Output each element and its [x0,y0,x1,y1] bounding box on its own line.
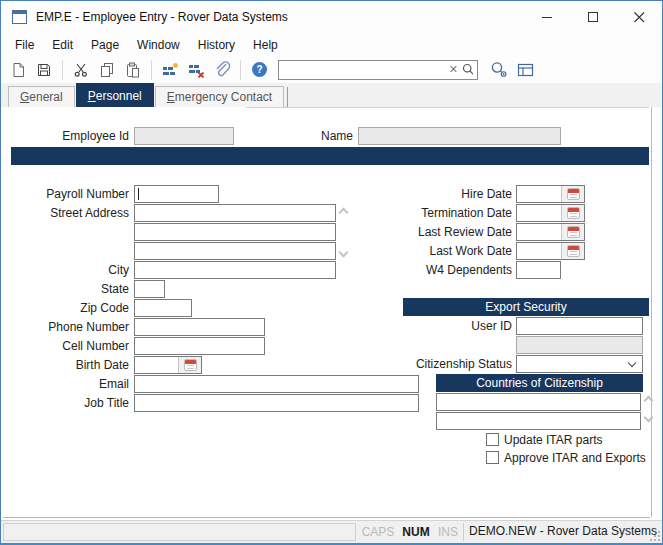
add-record-button[interactable] [157,58,183,82]
employee-id-field [134,127,234,145]
zip-code-field[interactable] [134,299,192,317]
help-button[interactable]: ? [246,58,272,82]
attachment-button[interactable] [209,58,235,82]
insert-mode-indicator: INS [435,524,461,541]
countries-of-citizenship-header: Countries of Citizenship [436,374,643,392]
last-work-date-calendar-button[interactable] [561,243,584,259]
email-field[interactable] [134,375,419,393]
country-of-citizenship-line2-field[interactable] [436,412,641,430]
paste-button[interactable] [120,58,146,82]
text-caret [138,188,139,200]
caps-lock-indicator: CAPS [359,524,397,541]
window-icon [12,10,27,24]
form-area: General Personnel Emergency Contact Empl… [1,83,662,520]
w4-dependents-label: W4 Dependents [383,261,512,279]
menu-edit[interactable]: Edit [43,35,82,55]
svg-text:?: ? [256,64,262,75]
toolbar-separator [151,60,152,80]
w4-dependents-field[interactable] [516,261,561,279]
close-button[interactable] [616,1,662,33]
close-icon [634,12,645,23]
maximize-button[interactable] [570,1,616,33]
termination-date-field[interactable] [516,204,585,222]
scroll-up-icon[interactable] [339,208,349,218]
citizenship-status-dropdown[interactable] [516,355,643,373]
copy-button[interactable] [94,58,120,82]
delete-record-button[interactable] [183,58,209,82]
paste-icon [125,62,141,78]
phone-number-label: Phone Number [1,318,129,336]
last-review-date-label: Last Review Date [383,223,512,241]
street-address-line1-field[interactable] [134,204,336,222]
payroll-number-label: Payroll Number [1,185,129,203]
phone-number-field[interactable] [134,318,265,336]
tab-emergency-contact[interactable]: Emergency Contact [155,86,284,107]
lookup-records-icon [490,61,508,78]
birth-date-field[interactable] [134,356,202,374]
toolbar-separator [62,60,63,80]
menu-file[interactable]: File [6,35,43,55]
job-title-field[interactable] [134,394,419,412]
cut-button[interactable] [68,58,94,82]
street-address-line2-field[interactable] [134,223,336,241]
user-id-field[interactable] [516,317,643,335]
menu-page[interactable]: Page [82,35,128,55]
payroll-number-field[interactable] [134,185,219,203]
search-icon[interactable] [462,63,473,76]
resize-grip[interactable] [649,530,661,542]
cell-number-label: Cell Number [1,337,129,355]
num-lock-indicator: NUM [397,524,435,541]
tab-general[interactable]: General [8,86,75,107]
last-work-date-label: Last Work Date [383,242,512,260]
menu-bar: File Edit Page Window History Help [1,33,662,56]
hire-date-calendar-button[interactable] [561,186,584,202]
lookup-records-button[interactable] [486,58,512,82]
tab-divider [287,87,288,107]
approve-itar-exports-checkbox[interactable] [486,451,499,464]
last-work-date-field[interactable] [516,242,585,260]
state-field[interactable] [134,280,165,298]
maximize-icon [588,12,599,23]
calendar-icon [184,359,197,371]
hire-date-label: Hire Date [383,185,512,203]
tab-personnel[interactable]: Personnel [76,83,154,107]
cut-icon [73,62,89,78]
street-address-line3-field[interactable] [134,242,336,260]
new-document-button[interactable] [5,58,31,82]
status-message-area [3,523,356,541]
birth-date-calendar-button[interactable] [178,357,201,373]
street-address-label: Street Address [1,204,129,222]
menu-history[interactable]: History [189,35,244,55]
table-layout-button[interactable] [512,58,538,82]
last-review-date-field[interactable] [516,223,585,241]
last-review-date-calendar-button[interactable] [561,224,584,240]
zip-code-label: Zip Code [1,299,129,317]
scroll-down-icon[interactable] [339,248,349,258]
cell-number-field[interactable] [134,337,265,355]
minimize-button[interactable] [524,1,570,33]
approve-itar-exports-label: Approve ITAR and Exports [504,451,646,465]
name-field [358,127,561,145]
clear-search-icon[interactable]: ✕ [445,64,462,75]
citizenship-status-label: Citizenship Status [383,355,512,373]
minimize-icon [542,12,553,23]
page-border-right [651,107,652,517]
update-itar-parts-label: Update ITAR parts [504,433,602,447]
save-icon [36,62,52,78]
update-itar-parts-checkbox[interactable] [486,433,499,446]
toolbar-separator [240,60,241,80]
termination-date-calendar-button[interactable] [561,205,584,221]
window-title: EMP.E - Employee Entry - Rover Data Syst… [36,10,524,24]
menu-help[interactable]: Help [244,35,287,55]
export-security-header: Export Security [403,298,649,316]
calendar-icon [567,245,580,257]
search-input[interactable] [283,63,445,77]
hire-date-field[interactable] [516,185,585,203]
save-button[interactable] [31,58,57,82]
menu-window[interactable]: Window [128,35,189,55]
status-separator [463,523,464,541]
user-name-display-field [516,336,643,354]
page-border-bottom [3,517,650,518]
city-field[interactable] [134,261,336,279]
country-of-citizenship-line1-field[interactable] [436,393,641,411]
